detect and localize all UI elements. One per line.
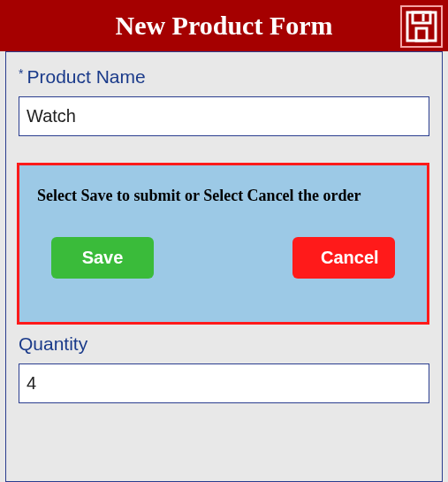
save-icon bbox=[404, 9, 439, 44]
product-name-label-text: Product Name bbox=[27, 66, 145, 87]
dialog-message: Select Save to submit or Select Cancel t… bbox=[37, 187, 409, 205]
quantity-field: Quantity bbox=[19, 333, 429, 403]
quantity-label: Quantity bbox=[19, 333, 429, 355]
product-name-field: *Product Name bbox=[19, 66, 429, 136]
product-name-label: *Product Name bbox=[19, 66, 429, 88]
page-title: New Product Form bbox=[115, 11, 332, 41]
quantity-input[interactable] bbox=[19, 363, 429, 403]
dialog-button-row: Save Cancel bbox=[37, 237, 409, 279]
svg-rect-2 bbox=[416, 28, 427, 41]
confirm-dialog: Select Save to submit or Select Cancel t… bbox=[17, 163, 429, 325]
svg-rect-1 bbox=[413, 12, 430, 23]
required-indicator: * bbox=[19, 66, 23, 80]
save-button[interactable]: Save bbox=[51, 237, 154, 279]
product-name-input[interactable] bbox=[19, 96, 429, 136]
form-header: New Product Form bbox=[0, 0, 448, 51]
cancel-button[interactable]: Cancel bbox=[292, 237, 395, 279]
header-save-button[interactable] bbox=[400, 5, 443, 48]
